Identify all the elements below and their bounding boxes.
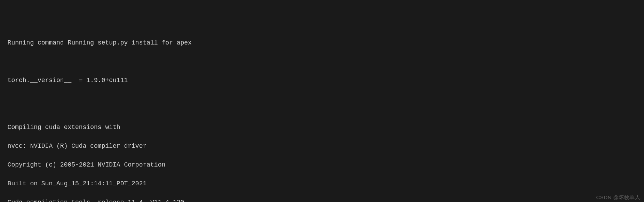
terminal-line: Built on Sun_Aug_15_21:14:11_PDT_2021 bbox=[0, 179, 644, 188]
terminal-line: Running command Running setup.py install… bbox=[0, 38, 644, 48]
terminal-line: Copyright (c) 2005-2021 NVIDIA Corporati… bbox=[0, 160, 644, 170]
terminal-line: torch.__version__ = 1.9.0+cu111 bbox=[0, 76, 644, 85]
terminal-line: Cuda compilation tools, release 11.4, V1… bbox=[0, 198, 644, 202]
terminal-line: Compiling cuda extensions with bbox=[0, 123, 644, 132]
watermark-text: CSDN @坏牧羊人. bbox=[596, 194, 642, 202]
terminal-line: nvcc: NVIDIA (R) Cuda compiler driver bbox=[0, 142, 644, 151]
